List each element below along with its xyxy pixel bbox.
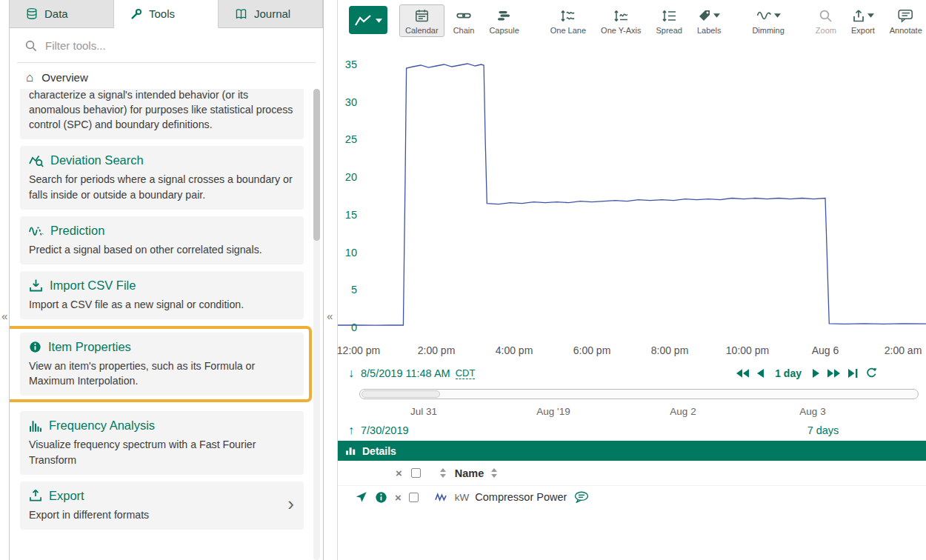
calendar-icon (415, 9, 429, 23)
toolbar-spread-button[interactable]: Spread (650, 4, 688, 37)
y-axis-label: 15 (345, 209, 357, 221)
display-range-start-icon: ↓ (348, 367, 354, 379)
step-to-end-icon[interactable] (848, 369, 858, 378)
item-unit: kW (455, 492, 470, 503)
item-checkbox[interactable] (409, 493, 419, 502)
pointer-icon[interactable] (356, 491, 367, 503)
wrench-icon (130, 8, 142, 20)
deviation-search-icon (29, 154, 44, 167)
refresh-icon[interactable] (866, 367, 877, 379)
dimming-icon (756, 9, 772, 22)
tool-card[interactable]: characterize a signal's intended behavio… (20, 89, 304, 139)
tool-description: Export in different formats (29, 507, 295, 522)
display-range-start[interactable]: 8/5/2019 11:48 AM (361, 367, 450, 379)
investigate-range-start-icon: ↑ (348, 424, 354, 436)
database-icon (26, 7, 38, 20)
timeline-label: Aug 3 (783, 406, 842, 417)
filter-tools-input[interactable] (45, 39, 308, 52)
investigate-scrollbar[interactable] (359, 389, 919, 399)
chain-icon (456, 9, 471, 22)
tab-label: Tools (149, 7, 175, 20)
tool-card-export[interactable]: ExportExport in different formats› (20, 481, 304, 530)
overview-link[interactable]: ⌂ Overview (10, 63, 323, 91)
tools-scrollbar[interactable] (313, 89, 320, 560)
step-back-icon[interactable] (757, 369, 764, 378)
tab-data[interactable]: Data (10, 0, 114, 28)
tool-title: Prediction (29, 224, 295, 238)
tool-card-import-csv-file[interactable]: Import CSV FileImport a CSV file as a ne… (20, 271, 304, 319)
journal-icon (235, 8, 247, 20)
details-row[interactable]: × kW Compressor Power (338, 486, 926, 508)
investigate-range-start[interactable]: 7/30/2019 (361, 424, 409, 436)
toolbar-labels-button[interactable]: Labels (691, 4, 727, 37)
x-axis-label: 6:00 pm (553, 344, 630, 356)
tool-description: Visualize frequency spectrum with a Fast… (29, 437, 295, 467)
item-info-icon[interactable] (375, 491, 387, 504)
sort-name-icon[interactable] (491, 468, 497, 478)
toolbar-button-label: Annotate (890, 26, 922, 35)
investigate-range-bar: ↑ 7/30/2019 7 days (338, 420, 926, 441)
tool-description: Search for periods where a signal crosse… (29, 172, 295, 201)
collapse-panel-handle[interactable]: « (327, 310, 333, 322)
step-forward-icon[interactable] (813, 369, 819, 378)
toolbar-capsule-button[interactable]: Capsule (483, 4, 524, 37)
chevron-right-icon: › (287, 493, 294, 516)
toolbar-trend-button[interactable] (349, 6, 387, 34)
x-axis: 12:00 pm2:00 pm4:00 pm6:00 pm8:00 pm10:0… (338, 341, 926, 363)
tab-journal[interactable]: Journal (219, 0, 323, 28)
display-range-duration[interactable]: 1 day (775, 367, 802, 379)
remove-item-icon[interactable]: × (395, 491, 402, 504)
timezone-link[interactable]: CDT (456, 367, 476, 379)
filter-row (10, 28, 323, 62)
tool-description: Predict a signal based on other correlat… (29, 242, 295, 257)
x-axis-label: 12:00 pm (320, 344, 397, 356)
tool-name: Deviation Search (50, 153, 144, 167)
y-axis-label: 25 (345, 133, 357, 145)
range-nav: 1 day (736, 367, 877, 379)
zoom-icon (819, 9, 833, 23)
spread-icon (662, 9, 677, 23)
y-axis-label: 20 (345, 171, 357, 183)
investigate-scrollbar-thumb[interactable] (362, 390, 440, 398)
tool-title: Import CSV File (29, 279, 295, 293)
toolbar-chain-button[interactable]: Chain (447, 4, 481, 37)
investigate-range-duration[interactable]: 7 days (793, 424, 853, 436)
one-y-axis-icon (613, 9, 629, 23)
tool-description: characterize a signal's intended behavio… (29, 89, 295, 132)
step-back-much-icon[interactable] (736, 369, 749, 378)
toolbar-annotate-button[interactable]: Annotate (884, 4, 926, 37)
collapse-left-handle[interactable]: « (1, 310, 7, 322)
tool-card-prediction[interactable]: PredictionPredict a signal based on othe… (20, 216, 304, 264)
tool-title: Deviation Search (29, 153, 295, 167)
trend-chart[interactable]: 05101520253035 (338, 42, 926, 341)
toolbar-one-y-axis-button[interactable]: One Y-Axis (595, 4, 647, 37)
tab-label: Data (44, 7, 68, 20)
panel-tabs: DataToolsJournal (10, 0, 323, 28)
tool-name: Prediction (50, 224, 104, 238)
tab-tools[interactable]: Tools (114, 0, 219, 28)
step-forward-much-icon[interactable] (827, 369, 840, 378)
remove-all-icon[interactable]: × (396, 467, 402, 479)
toolbar-button-label: One Lane (550, 26, 586, 35)
tool-card-item-properties[interactable]: Item PropertiesView an item's properties… (20, 333, 304, 396)
toolbar-one-lane-button[interactable]: One Lane (544, 4, 592, 37)
scrollbar-thumb[interactable] (313, 89, 320, 241)
tool-description: Import a CSV file as a new signal or con… (29, 297, 295, 312)
toolbar-dimming-button[interactable]: Dimming (746, 4, 790, 37)
item-name[interactable]: Compressor Power (475, 491, 567, 503)
one-lane-icon (560, 9, 576, 23)
y-axis-label: 5 (351, 284, 357, 296)
name-column-header[interactable]: Name (455, 467, 484, 479)
select-all-checkbox[interactable] (411, 468, 421, 478)
toolbar-zoom-button[interactable]: Zoom (810, 4, 842, 37)
tools-panel: DataToolsJournal ⌂ Overview characterize… (10, 0, 324, 560)
comment-icon[interactable] (574, 491, 589, 503)
toolbar-button-label: Spread (656, 26, 682, 35)
toolbar-export-button[interactable]: Export (845, 4, 881, 37)
tool-card-deviation-search[interactable]: Deviation SearchSearch for periods where… (20, 146, 304, 209)
y-axis-label: 10 (345, 247, 357, 259)
tool-card-frequency-analysis[interactable]: Frequency AnalysisVisualize frequency sp… (20, 411, 304, 474)
highlight-box: Item PropertiesView an item's properties… (10, 326, 312, 402)
sort-icon[interactable] (440, 468, 446, 478)
toolbar-calendar-button[interactable]: Calendar (399, 4, 444, 37)
